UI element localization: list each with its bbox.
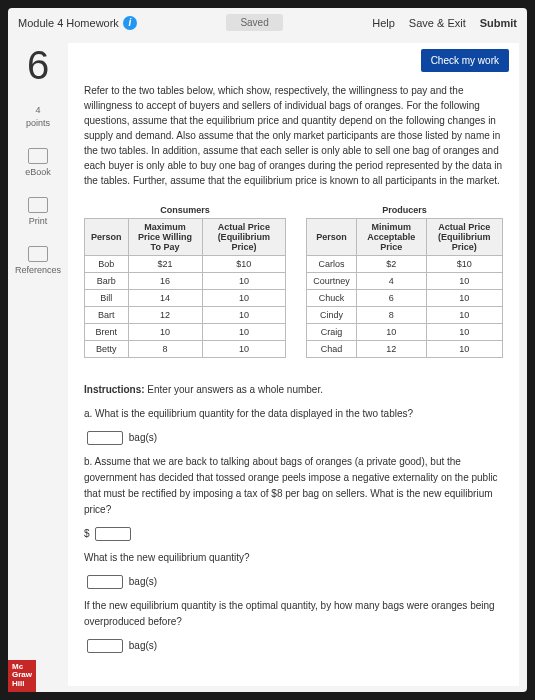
dollar-sign: $ bbox=[84, 528, 90, 539]
print-icon bbox=[28, 197, 48, 213]
references-label: References bbox=[15, 265, 61, 275]
answer-a-input[interactable] bbox=[87, 431, 123, 445]
table-row: Bill1410 bbox=[85, 290, 286, 307]
info-icon[interactable]: i bbox=[123, 16, 137, 30]
col-actual-price: Actual Price (Equilibrium Price) bbox=[202, 219, 286, 256]
table-row: Craig1010 bbox=[307, 324, 503, 341]
question-b: b. Assume that we are back to talking ab… bbox=[84, 454, 503, 518]
references-icon bbox=[28, 246, 48, 262]
bags-unit: bag(s) bbox=[129, 432, 157, 443]
print-button[interactable]: Print bbox=[28, 197, 48, 226]
table-row: Carlos$2$10 bbox=[307, 256, 503, 273]
answer-b-qty-input[interactable] bbox=[87, 575, 123, 589]
table-row: Courtney410 bbox=[307, 273, 503, 290]
answer-b-price-input[interactable] bbox=[95, 527, 131, 541]
instructions-block: Instructions: Enter your answers as a wh… bbox=[84, 382, 503, 654]
assignment-title: Module 4 Homework i bbox=[18, 16, 137, 30]
bags-unit: bag(s) bbox=[129, 640, 157, 651]
consumers-table-wrap: Consumers Person Maximum Price Willing T… bbox=[84, 202, 286, 358]
header-links: Help Save & Exit Submit bbox=[372, 17, 517, 29]
title-text: Module 4 Homework bbox=[18, 17, 119, 29]
col-min-price: Minimum Acceptable Price bbox=[356, 219, 426, 256]
col-max-price: Maximum Price Willing To Pay bbox=[128, 219, 202, 256]
ebook-button[interactable]: eBook bbox=[25, 148, 51, 177]
question-number: 6 bbox=[27, 45, 49, 85]
table-row: Chad1210 bbox=[307, 341, 503, 358]
producers-table: Person Minimum Acceptable Price Actual P… bbox=[306, 218, 503, 358]
top-bar: Module 4 Homework i Saved Help Save & Ex… bbox=[8, 8, 527, 37]
question-b2: What is the new equilibrium quantity? bbox=[84, 550, 503, 566]
table-row: Bart1210 bbox=[85, 307, 286, 324]
content-area: Check my work Refer to the two tables be… bbox=[68, 43, 519, 686]
bags-unit: bag(s) bbox=[129, 576, 157, 587]
tables-container: Consumers Person Maximum Price Willing T… bbox=[84, 202, 503, 358]
saved-indicator: Saved bbox=[226, 14, 282, 31]
producers-title: Producers bbox=[306, 202, 503, 218]
points-label: points bbox=[26, 118, 50, 128]
col-actual-price: Actual Price (Equilibrium Price) bbox=[426, 219, 502, 256]
ebook-icon bbox=[28, 148, 48, 164]
instructions-text: Enter your answers as a whole number. bbox=[145, 384, 323, 395]
submit-link[interactable]: Submit bbox=[480, 17, 517, 29]
check-my-work-button[interactable]: Check my work bbox=[421, 49, 509, 72]
producers-table-wrap: Producers Person Minimum Acceptable Pric… bbox=[306, 202, 503, 358]
table-row: Barb1610 bbox=[85, 273, 286, 290]
points-display: 4 points bbox=[26, 105, 50, 128]
table-row: Betty810 bbox=[85, 341, 286, 358]
table-row: Cindy810 bbox=[307, 307, 503, 324]
sidebar: 6 4 points eBook Print References bbox=[8, 37, 68, 692]
col-person: Person bbox=[85, 219, 129, 256]
answer-c-input[interactable] bbox=[87, 639, 123, 653]
ebook-label: eBook bbox=[25, 167, 51, 177]
consumers-title: Consumers bbox=[84, 202, 286, 218]
points-value: 4 bbox=[35, 105, 40, 115]
question-a: a. What is the equilibrium quantity for … bbox=[84, 406, 503, 422]
save-exit-link[interactable]: Save & Exit bbox=[409, 17, 466, 29]
col-person: Person bbox=[307, 219, 357, 256]
help-link[interactable]: Help bbox=[372, 17, 395, 29]
references-button[interactable]: References bbox=[15, 246, 61, 275]
table-row: Bob$21$10 bbox=[85, 256, 286, 273]
question-c: If the new equilibrium quantity is the o… bbox=[84, 598, 503, 630]
print-label: Print bbox=[29, 216, 48, 226]
instructions-lead: Instructions: bbox=[84, 384, 145, 395]
table-row: Brent1010 bbox=[85, 324, 286, 341]
question-intro: Refer to the two tables below, which sho… bbox=[84, 83, 503, 188]
mcgraw-hill-logo: Mc Graw Hill bbox=[8, 660, 36, 692]
consumers-table: Person Maximum Price Willing To Pay Actu… bbox=[84, 218, 286, 358]
table-row: Chuck610 bbox=[307, 290, 503, 307]
